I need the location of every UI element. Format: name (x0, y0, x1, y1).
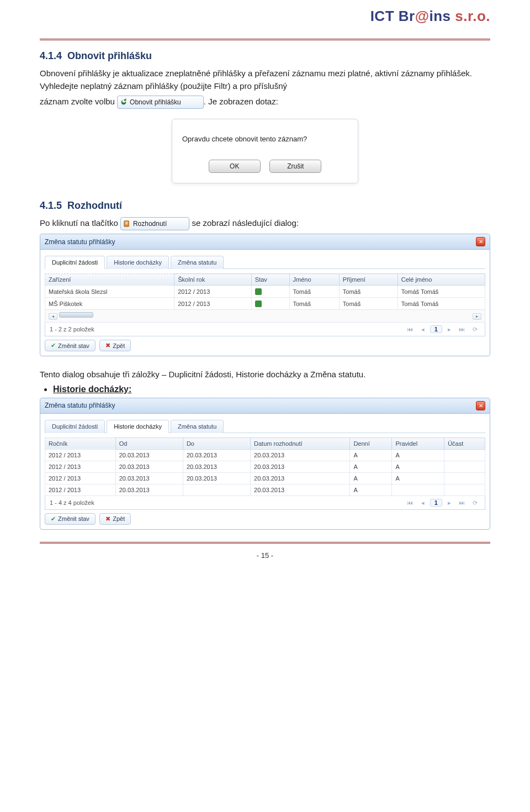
tab-duplicitni-zadosti[interactable]: Duplicitní žádosti (45, 420, 105, 433)
dialog-title: Změna statutu přihlášky (45, 238, 115, 246)
table-row[interactable]: 2012 / 201320.03.201320.03.2013A (45, 484, 485, 495)
col-datum-rozhodnuti[interactable]: Datum rozhodnutí (251, 437, 350, 449)
change-state-button[interactable]: ✔ Změnit stav (45, 340, 96, 351)
sec1-para1: Obnovení přihlášky je aktualizace znepla… (40, 67, 490, 92)
pager-nav[interactable]: ⏮ ◂ 1 ▸ ⏭ ⟳ (405, 325, 480, 333)
pager-last-icon[interactable]: ⏭ (457, 499, 468, 506)
dialog-title: Změna statutu přihlášky (45, 402, 115, 409)
refresh-icon (120, 98, 128, 106)
tab-row: Duplicitní žádosti Historie docházky Změ… (45, 419, 485, 433)
pager-next-icon[interactable]: ▸ (444, 326, 455, 333)
horizontal-scrollbar[interactable]: ◂ ▸ (45, 310, 485, 323)
brand-logo: ICT Br@ins s.r.o. (370, 8, 490, 25)
status-change-dialog-1: Změna statutu přihlášky ✕ Duplicitní žád… (40, 234, 490, 356)
col-skolni-rok[interactable]: Školní rok (174, 274, 252, 286)
header-rule (40, 39, 490, 40)
tab-duplicitni-zadosti[interactable]: Duplicitní žádosti (45, 256, 105, 269)
section-4-1-5-heading: 4.1.5 Rozhodnutí (40, 200, 490, 212)
pager-status: 1 - 4 z 4 položek (50, 499, 94, 506)
table-row[interactable]: 2012 / 201320.03.201320.03.201320.03.201… (45, 461, 485, 472)
cancel-button[interactable]: Zrušit (269, 160, 321, 173)
mid-paragraph: Tento dialog obsahuje tři záložky – Dupl… (40, 368, 490, 381)
status-change-dialog-2: Změna statutu přihlášky ✕ Duplicitní žád… (40, 398, 490, 530)
svg-rect-1 (125, 222, 128, 223)
col-denni[interactable]: Denní (350, 437, 392, 449)
col-zarizeni[interactable]: Zařízení (45, 274, 174, 286)
tab-historie-dochazky[interactable]: Historie docházky (107, 420, 169, 433)
pager-first-icon[interactable]: ⏮ (405, 499, 416, 506)
svg-rect-3 (125, 224, 128, 224)
bullet-historie-dochazky: Historie docházky: (53, 384, 490, 394)
col-do[interactable]: Do (183, 437, 250, 449)
section-4-1-4-heading: 4.1.4 Obnovit přihlášku (40, 50, 490, 62)
footer-rule (40, 542, 490, 544)
pager: 1 - 4 z 4 položek ⏮ ◂ 1 ▸ ⏭ ⟳ (45, 496, 485, 510)
tab-historie-dochazky[interactable]: Historie docházky (107, 256, 169, 269)
sec2-para: Po kliknutí na tlačítko Rozhodnutí se zo… (40, 217, 490, 230)
x-icon: ✖ (105, 342, 110, 349)
pager-refresh-icon[interactable]: ⟳ (469, 499, 480, 507)
confirm-dialog: Opravdu chcete obnovit tento záznam? OK … (172, 119, 358, 183)
x-icon: ✖ (105, 515, 110, 523)
pager: 1 - 2 z 2 položek ⏮ ◂ 1 ▸ ⏭ ⟳ (45, 323, 485, 336)
page-number: - 15 - (40, 551, 490, 560)
page-header: ICT Br@ins s.r.o. (40, 11, 490, 35)
tab-zmena-statutu[interactable]: Změna statutu (171, 420, 224, 433)
col-jmeno[interactable]: Jméno (289, 274, 339, 286)
status-icon (255, 288, 262, 295)
col-rocnik[interactable]: Ročník (45, 437, 116, 449)
pager-next-icon[interactable]: ▸ (444, 499, 455, 507)
status-icon (255, 300, 262, 307)
close-icon[interactable]: ✕ (476, 401, 485, 410)
pager-nav[interactable]: ⏮ ◂ 1 ▸ ⏭ ⟳ (405, 499, 480, 507)
pager-refresh-icon[interactable]: ⟳ (469, 326, 480, 333)
col-od[interactable]: Od (115, 437, 183, 449)
pager-status: 1 - 2 z 2 položek (50, 326, 94, 333)
pager-last-icon[interactable]: ⏭ (457, 326, 468, 333)
check-icon: ✔ (51, 515, 56, 523)
col-ucast[interactable]: Účast (444, 437, 485, 449)
form-icon (123, 220, 131, 228)
check-icon: ✔ (51, 342, 56, 349)
change-state-button[interactable]: ✔ Změnit stav (45, 513, 96, 525)
ok-button[interactable]: OK (209, 160, 261, 173)
pager-prev-icon[interactable]: ◂ (417, 499, 428, 507)
close-icon[interactable]: ✕ (476, 237, 485, 246)
restore-application-button[interactable]: Obnovit přihlášku (117, 96, 204, 109)
col-prijmeni[interactable]: Příjmení (339, 274, 398, 286)
pager-prev-icon[interactable]: ◂ (417, 326, 428, 333)
col-cele-jmeno[interactable]: Celé jméno (398, 274, 485, 286)
attendance-history-table: Ročník Od Do Datum rozhodnutí Denní Prav… (45, 437, 485, 496)
table-row[interactable]: 2012 / 201320.03.201320.03.201320.03.201… (45, 449, 485, 461)
duplicate-requests-table: Zařízení Školní rok Stav Jméno Příjmení … (45, 273, 485, 323)
table-row[interactable]: Mateřská škola Slezsl2012 / 2013 TomášTo… (45, 286, 485, 298)
back-button[interactable]: ✖ Zpět (99, 340, 131, 351)
pager-page-1[interactable]: 1 (430, 325, 442, 333)
tab-zmena-statutu[interactable]: Změna statutu (171, 256, 224, 269)
back-button[interactable]: ✖ Zpět (99, 513, 131, 525)
sec1-para2: záznam zvolte volbu Obnovit přihlášku . … (40, 96, 490, 109)
tab-row: Duplicitní žádosti Historie docházky Změ… (45, 255, 485, 269)
table-row[interactable]: MŠ Piškotek2012 / 2013 TomášTomášTomáš T… (45, 298, 485, 310)
confirm-message: Opravdu chcete obnovit tento záznam? (182, 135, 348, 143)
pager-page-1[interactable]: 1 (430, 499, 442, 507)
col-stav[interactable]: Stav (251, 274, 289, 286)
svg-rect-2 (125, 223, 128, 223)
table-row[interactable]: 2012 / 201320.03.201320.03.201320.03.201… (45, 472, 485, 484)
decision-button[interactable]: Rozhodnutí (120, 217, 189, 230)
col-pravidel[interactable]: Pravidel (392, 437, 444, 449)
pager-first-icon[interactable]: ⏮ (405, 326, 416, 333)
